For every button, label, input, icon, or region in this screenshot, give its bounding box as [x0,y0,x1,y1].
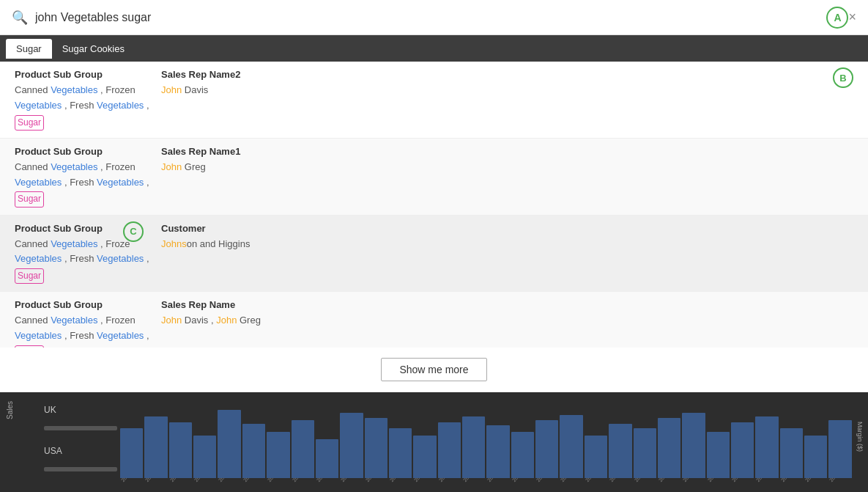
x-label: 2012-Dec [389,478,418,491]
chart-bar [658,418,680,478]
result-row: Product Sub Group Canned Vegetables , Fr… [0,139,868,216]
result-left-2: Product Sub Group Canned Vegetables , Fr… [15,146,161,208]
search-icon: 🔍 [12,10,28,26]
x-label: 2012-Sep [316,478,344,491]
chart-bar [731,422,754,478]
john-highlight: John [161,84,182,95]
x-label: 2013-Jan [413,478,442,491]
search-bar: 🔍 A × [0,0,868,35]
x-label: 2014-Jan [707,478,735,491]
close-button[interactable]: × [848,10,856,25]
left-value-1: Canned Vegetables , Frozen Vegetables , … [15,83,161,131]
x-label: 2013-Apr [486,478,515,491]
label-c: C [123,221,144,242]
label-b: B [833,67,853,88]
tabs-bar: Sugar Sugar Cookies [0,35,868,62]
x-label: 2012-Feb [144,478,173,491]
x-label: 2014-Mar [755,478,784,491]
chart-bar [462,416,485,478]
left-label-1: Product Sub Group [15,69,161,80]
left-value-2: Canned Vegetables , Frozen Vegetables , … [15,160,161,208]
label-a: A [826,7,848,29]
chart-bar [193,436,216,478]
chart-bar [780,428,803,478]
result-left-1: Product Sub Group Canned Vegetables , Fr… [15,69,161,131]
veg-highlight: Vegetables [51,161,97,172]
result-row: Product Sub Group Canned Vegetables , Fr… [0,62,868,139]
x-label: 2014-Apr [780,478,809,491]
result-right-4: Sales Rep Name John Davis , John Greg [161,299,853,328]
veg-highlight: Vegetables [97,100,144,111]
john-highlight: John [161,161,182,172]
veg-highlight: Vegetables [97,177,144,188]
veg-highlight: Vegetables [51,84,97,95]
chart-bar [413,436,436,478]
sales-axis-label: Sales [6,398,44,422]
chart-bar [316,439,338,478]
right-value-1: John Davis [161,83,853,98]
region-uk: UK [44,405,117,415]
show-more-container: Show me more [0,348,868,392]
x-label: 2013-Oct [634,478,662,491]
usa-bar [44,467,117,471]
left-label-2: Product Sub Group [15,146,161,157]
x-label: 2012-Nov [365,478,393,491]
result-row: Product Sub Group Canned Vegetables , Fr… [0,216,868,293]
tab-sugar[interactable]: Sugar [6,39,52,59]
john-highlight: John [216,315,237,326]
right-value-4: John Davis , John Greg [161,313,853,328]
veg-highlight: Vegetables [15,253,62,264]
x-label: 2014-Jun [828,478,855,491]
chart-bar [707,432,730,478]
x-label: 2012-May [218,478,246,491]
x-label: 2013-Jul [560,478,588,491]
x-label: 2013-Sep [609,478,637,491]
x-label: 2013-Nov [658,478,686,491]
chart-bar [634,428,656,478]
x-label: 2013-Dec [682,478,711,491]
sugar-highlight: Sugar [15,191,44,207]
veg-highlight: Vegetables [15,177,62,188]
x-label: 2013-Aug [585,478,613,491]
chart-bar [535,420,558,478]
john-highlight: John [161,315,182,326]
chart-bar [804,436,827,478]
chart-bar [267,432,289,478]
chart-bar [389,428,412,478]
x-label: 2013-May [511,478,540,491]
result-right-2: Sales Rep Name1 John Greg [161,146,853,175]
john-highlight: Johns [161,238,187,249]
tab-sugar-cookies[interactable]: Sugar Cookies [52,39,135,59]
region-usa: USA [44,446,117,456]
right-label-2: Sales Rep Name1 [161,146,853,157]
left-value-4: Canned Vegetables , Frozen Vegetables , … [15,313,161,348]
chart-area: Sales UK USA 2012-Jan2012-Feb2012-Mar201… [0,392,868,492]
x-label: 2012-Aug [292,478,320,491]
chart-bar [755,416,778,478]
right-label-3: Customer [161,223,853,234]
result-left-4: Product Sub Group Canned Vegetables , Fr… [15,299,161,348]
show-more-button[interactable]: Show me more [381,358,486,381]
chart-bar [511,432,534,478]
sugar-highlight: Sugar [15,115,44,131]
right-label-1: Sales Rep Name2 [161,69,853,80]
right-value-3: Johnson and Higgins [161,237,853,252]
veg-highlight: Vegetables [97,330,144,341]
result-right-3: Customer Johnson and Higgins [161,223,853,252]
chart-bar [340,413,363,478]
right-value-2: John Greg [161,160,853,175]
chart-bar [169,422,192,478]
chart-bar [682,413,705,478]
chart-bar [560,415,582,478]
chart-bar [144,416,167,478]
results-list: Product Sub Group Canned Vegetables , Fr… [0,62,868,348]
chart-bar [120,428,143,478]
chart-bar [585,436,607,478]
sugar-highlight: Sugar [15,345,44,348]
search-input[interactable] [35,11,820,24]
uk-bar [44,426,117,430]
chart-bar [438,422,461,478]
result-right-1: Sales Rep Name2 John Davis [161,69,853,98]
x-label: 2012-Jun [242,478,271,491]
chart-bar [218,410,240,478]
